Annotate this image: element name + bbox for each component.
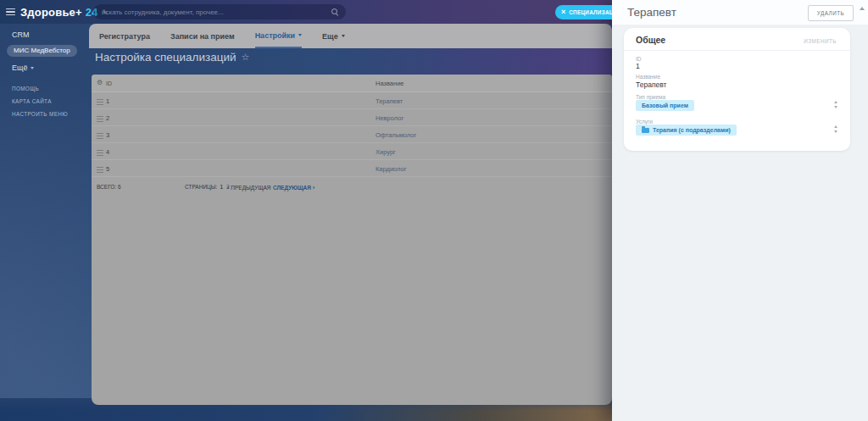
field-value-name: Терапевт — [636, 80, 666, 89]
pagination-pages: СТРАНИЦЫ:12 — [185, 184, 230, 190]
specializations-grid: ⚙ ID Название 1 Терапевт 2 Невролог 3 Оф… — [92, 75, 612, 405]
table-row[interactable]: 2 Невролог — [92, 109, 612, 126]
table-row[interactable]: 3 Офтальмолог — [92, 126, 612, 143]
general-section-card: Общее ИЗМЕНИТЬ ID 1 Название Терапевт Ти… — [624, 28, 850, 151]
field-value-id: 1 — [636, 62, 640, 70]
row-name-link[interactable]: Терапевт — [376, 97, 403, 105]
edit-section-link[interactable]: ИЗМЕНИТЬ — [804, 38, 837, 44]
field-label-name: Название — [636, 74, 660, 80]
drag-handle-icon[interactable] — [97, 133, 103, 141]
sort-spinner — [832, 125, 838, 133]
column-header-name[interactable]: Название — [376, 80, 404, 87]
sort-spinner — [832, 101, 838, 108]
chevron-down-icon — [298, 34, 302, 36]
prev-arrow-icon: ‹ — [227, 184, 230, 191]
drag-handle-icon[interactable] — [97, 150, 103, 158]
grid-rows: 1 Терапевт 2 Невролог 3 Офтальмолог 4 Хи… — [92, 92, 612, 177]
app-logo[interactable]: Здоровье+ 24 — [20, 6, 98, 19]
slider-tab-label: СПЕЦИАЛИЗАЦИЯ — [569, 9, 621, 15]
drag-handle-icon[interactable] — [97, 167, 103, 174]
slider-tab-specialization[interactable]: × СПЕЦИАЛИЗАЦИЯ — [555, 5, 612, 19]
panel-title: Терапевт — [627, 6, 676, 19]
table-row[interactable]: 4 Хирург — [92, 143, 612, 160]
row-name-link[interactable]: Офтальмолог — [376, 131, 416, 139]
row-name-link[interactable]: Кардиолог — [376, 165, 406, 173]
spinner-down-icon[interactable] — [834, 130, 837, 133]
sidebar-item-sitemap[interactable]: КАРТА САЙТА — [12, 98, 89, 104]
favorite-star-icon[interactable]: ☆ — [242, 52, 250, 63]
next-arrow-icon: › — [313, 184, 315, 191]
column-header-id[interactable]: ID — [106, 80, 112, 86]
tab-more[interactable]: Еще — [322, 24, 345, 48]
grid-footer: ВСЕГО: 6 СТРАНИЦЫ:12 ‹ ПРЕДЫДУЩАЯ СЛЕДУЮ… — [92, 177, 612, 196]
close-icon[interactable]: × — [561, 8, 565, 16]
field-label-services: Услуги — [636, 119, 653, 125]
row-name-link[interactable]: Хирург — [376, 148, 396, 156]
chevron-down-icon — [342, 35, 345, 37]
row-id: 4 — [106, 148, 109, 156]
drag-handle-icon[interactable] — [97, 99, 103, 107]
scroll-up-arrow-icon[interactable] — [860, 7, 865, 10]
search-input[interactable] — [93, 8, 331, 16]
pagination-next-button[interactable]: СЛЕДУЮЩАЯ › — [273, 184, 314, 191]
row-id: 3 — [106, 131, 109, 139]
table-row[interactable]: 5 Кардиолог — [92, 160, 612, 177]
row-name-link[interactable]: Невролог — [376, 114, 403, 122]
row-id: 1 — [106, 97, 109, 105]
sidebar-item-configure-menu[interactable]: НАСТРОИТЬ МЕНЮ — [12, 111, 89, 117]
divider — [624, 50, 850, 51]
total-count: ВСЕГО: 6 — [97, 184, 121, 190]
row-id: 2 — [106, 114, 109, 122]
page-title: Настройка специализаций ☆ — [95, 51, 249, 64]
spinner-down-icon[interactable] — [834, 106, 837, 108]
search-icon — [331, 8, 339, 16]
badge-services[interactable]: Терапия (с подразделами) — [636, 125, 737, 136]
sidebar-item-help[interactable]: ПОМОЩЬ — [12, 86, 89, 91]
folder-icon — [642, 128, 649, 133]
delete-button[interactable]: УДАЛИТЬ — [808, 5, 854, 21]
top-bar: Здоровье+ 24 ✎ — [0, 0, 612, 24]
section-tabs: Регистратура Записи на прием Настройки Е… — [89, 24, 612, 48]
detail-slider-panel: Терапевт УДАЛИТЬ Общее ИЗМЕНИТЬ ID 1 Наз… — [612, 0, 868, 421]
drag-handle-icon[interactable] — [97, 116, 103, 124]
field-label-reception-type: Тип приема — [636, 94, 665, 100]
tab-registratura[interactable]: Регистратура — [99, 24, 150, 48]
grid-header-row: ⚙ ID Название — [92, 75, 612, 92]
global-search[interactable] — [93, 4, 346, 19]
sidebar-item-crm[interactable]: CRM — [12, 30, 89, 39]
chevron-down-icon — [31, 67, 34, 69]
spinner-up-icon[interactable] — [834, 101, 837, 103]
grid-settings-gear-icon[interactable]: ⚙ — [97, 80, 103, 86]
badge-reception-type[interactable]: Базовый прием — [636, 100, 694, 111]
menu-burger-icon[interactable] — [6, 7, 15, 18]
tab-zapisi-na-priem[interactable]: Записи на прием — [170, 24, 235, 48]
spinner-up-icon[interactable] — [834, 125, 837, 128]
tab-nastroyki[interactable]: Настройки — [255, 24, 302, 48]
row-id: 5 — [106, 165, 109, 173]
pagination-prev-button[interactable]: ‹ ПРЕДЫДУЩАЯ — [227, 184, 271, 191]
sidebar: CRM МИС МедВебстор Ещё ПОМОЩЬ КАРТА САЙТ… — [0, 24, 89, 117]
field-label-id: ID — [636, 56, 642, 62]
section-title: Общее — [636, 35, 665, 45]
page-current: 1 — [220, 184, 223, 190]
sidebar-item-more[interactable]: Ещё — [12, 64, 89, 72]
table-row[interactable]: 1 Терапевт — [92, 92, 612, 109]
sidebar-item-mis-active[interactable]: МИС МедВебстор — [7, 45, 77, 57]
